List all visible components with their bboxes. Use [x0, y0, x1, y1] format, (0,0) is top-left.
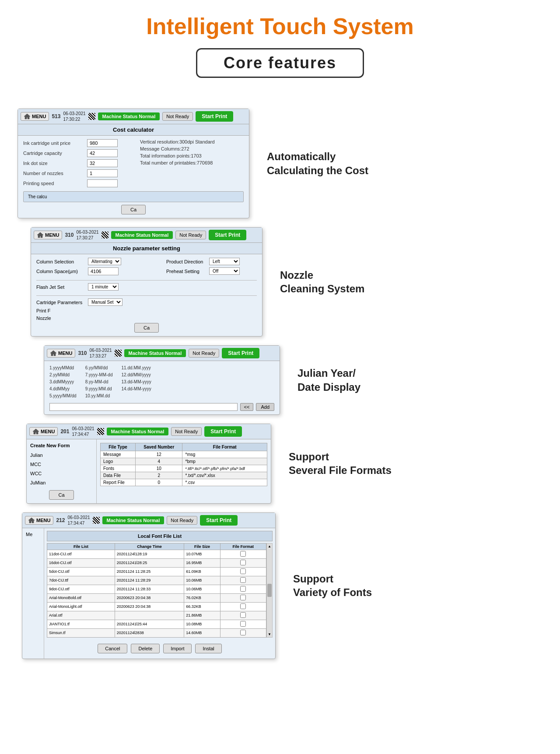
home-icon-4 [32, 428, 39, 435]
speed-input[interactable] [87, 179, 118, 187]
product-direction-row: Product Direction Left [153, 258, 257, 265]
date-col3: 11.dd.MM.yyyy 12.dd/MM/yyyy 13.dd-MM-yyy… [121, 365, 151, 400]
font-checkbox[interactable] [240, 595, 246, 600]
dot-size-input[interactable] [87, 159, 118, 167]
flash-jet-row: Flash Jet Set 1 minute [36, 283, 257, 291]
col-file-format: File Format [182, 443, 267, 451]
font-checkbox[interactable] [240, 586, 246, 592]
delete-button[interactable]: Delete [131, 644, 160, 653]
start-print-btn-1[interactable]: Start Print [196, 111, 233, 122]
list-item: WCC [30, 469, 93, 478]
cartridge-params-row: Cartridge Parameters Manual Set [36, 298, 257, 306]
product-direction-select[interactable]: Left [209, 258, 240, 265]
auto-cost-label: AutomaticallyCalculating the Cost [249, 150, 542, 177]
table-row: Fonts 10 *.ttf/*.ttc/*.otf/*.pfb/*.pfm/*… [101, 465, 267, 472]
speed-label: Printing speed [23, 181, 84, 186]
font-table-row: Arial.otf 21.86MB [47, 611, 266, 620]
col-file-type: File Type [101, 443, 136, 451]
home-icon-5 [28, 517, 35, 523]
capacity-input[interactable] [87, 149, 118, 157]
info-cols: Message Columns:272 [140, 146, 244, 151]
date-add-row: << Add [49, 403, 274, 411]
zebra-icon-3 [115, 350, 122, 357]
font-checkbox[interactable] [240, 560, 246, 565]
nozzle-panel: MENU 310 06-03-2021 17:30:27 Machine Sta… [31, 227, 262, 337]
install-button[interactable]: Instal [195, 644, 221, 653]
nozzle-clean-label: NozzleCleaning System [262, 268, 542, 295]
date-col2: 6.yy/MM/dd 7.yyyy-MM-dd 8.yy-MM-dd 9.yyy… [85, 365, 113, 400]
import-button[interactable]: Import [163, 644, 192, 653]
font-checkbox[interactable] [240, 577, 246, 583]
main-title: Intelligent Touch System [18, 13, 542, 39]
nozzle-title: Nozzle parameter setting [31, 243, 262, 254]
home-icon-3 [50, 350, 57, 356]
form-row-ink-price: Ink cartridge unit price [23, 139, 127, 147]
zebra-icon-1 [88, 113, 95, 120]
menu-button-2[interactable]: MENU [34, 231, 62, 239]
file-type-table: File Type Saved Number File Format Messa… [100, 443, 267, 486]
home-icon-2 [37, 232, 44, 238]
scroll-down[interactable]: ▼ [268, 632, 271, 636]
info-vres: Vertical resolution:300dpi Standard [140, 139, 244, 144]
date-add-input[interactable] [49, 403, 238, 411]
preheat-select[interactable]: Off [209, 267, 240, 275]
preheat-row: Preheat Setting Off [153, 267, 257, 275]
column-selection-select[interactable]: Alternating [88, 258, 121, 265]
font-table-row: JIANTIO1.tf 202011241l25:44 10.08MB [47, 620, 266, 628]
font-checkbox[interactable] [240, 630, 246, 635]
header: Intelligent Touch System Core features [18, 13, 542, 95]
table-row: Message 12 *msg [101, 451, 267, 458]
scroll-up[interactable]: ▲ [268, 544, 271, 548]
menu-button-1[interactable]: MENU [21, 112, 49, 121]
form-row-capacity: Cartridge capacity [23, 149, 127, 157]
column-space-input[interactable] [88, 267, 119, 275]
menu-button-3[interactable]: MENU [47, 349, 75, 358]
nozzle-row2: Nozzle [36, 316, 257, 321]
add-button[interactable]: Add [256, 403, 274, 411]
font-checkbox[interactable] [240, 568, 246, 574]
cartridge-params-select[interactable]: Manual Set [88, 298, 122, 306]
form-list: Julian MCC WCC JuMian [30, 451, 93, 487]
start-print-btn-4[interactable]: Start Print [204, 426, 242, 437]
menu-button-5[interactable]: MENU [25, 516, 53, 525]
chevron-button[interactable]: << [240, 403, 254, 411]
font-checkbox[interactable] [240, 551, 246, 557]
nozzles-input[interactable] [87, 169, 118, 177]
font-checkbox[interactable] [240, 621, 246, 627]
file-formats-label: SupportSeveral File Formats [271, 450, 542, 477]
flash-jet-select[interactable]: 1 minute [88, 283, 119, 291]
font-table-section: Local Font File List File List Change Ti… [44, 528, 275, 659]
ink-price-input[interactable] [87, 139, 118, 147]
panel5-body: Me Local Font File List File List Change… [22, 528, 275, 659]
nozzle-body: Column Selection Alternating Column Spac… [31, 254, 262, 336]
calc-result: The calcu [23, 191, 244, 202]
column-selection-label: Column Selection [36, 259, 84, 264]
column-space-label: Column Space(μm) [36, 269, 84, 274]
font-panel: MENU 212 06-03-2021 17:34:47 Machine Sta… [22, 512, 276, 659]
file-table-section: File Type Saved Number File Format Messa… [97, 439, 271, 503]
form-calc-btn[interactable]: Ca [49, 490, 74, 500]
preheat-label: Preheat Setting [166, 269, 206, 274]
start-print-btn-3[interactable]: Start Print [222, 348, 259, 358]
cancel-button[interactable]: Cancel [98, 644, 127, 653]
font-checkbox[interactable] [240, 603, 246, 609]
font-table-row: Arial-MonoBold.otf 20200623 20:04:38 76.… [47, 593, 266, 602]
panel4-body: Create New Form Julian MCC WCC JuMian Ca [27, 439, 271, 503]
date-body: 1.yyyyMMdd 2.yyMMdd 3.ddMMyyyy 4.ddMMyy … [44, 361, 280, 414]
start-print-btn-2[interactable]: Start Print [209, 230, 246, 240]
scroll-thumb [267, 584, 272, 597]
panel2-topbar: MENU 310 06-03-2021 17:30:27 Machine Sta… [31, 228, 262, 243]
core-features-box: Core features [196, 48, 364, 78]
calc-button[interactable]: Ca [121, 205, 146, 214]
scroll-bar[interactable]: ▲ ▼ [266, 543, 273, 638]
start-print-btn-5[interactable]: Start Print [200, 515, 238, 526]
font-checkbox[interactable] [240, 612, 246, 618]
font-left-section: Me [22, 528, 44, 659]
font-table-row: 16dot-CIJ.otf 202011241l28:25 16.95MB [47, 558, 266, 567]
menu-button-4[interactable]: MENU [29, 427, 58, 436]
create-form-section: Create New Form Julian MCC WCC JuMian Ca [27, 439, 97, 503]
print-row: Print F [36, 308, 257, 313]
font-table-row: Arial-MonoLight.otf 20200623 20:04:38 66… [47, 602, 266, 611]
nozzle-calc-btn[interactable]: Ca [134, 323, 159, 333]
column-selection-row: Column Selection Alternating [36, 258, 140, 265]
